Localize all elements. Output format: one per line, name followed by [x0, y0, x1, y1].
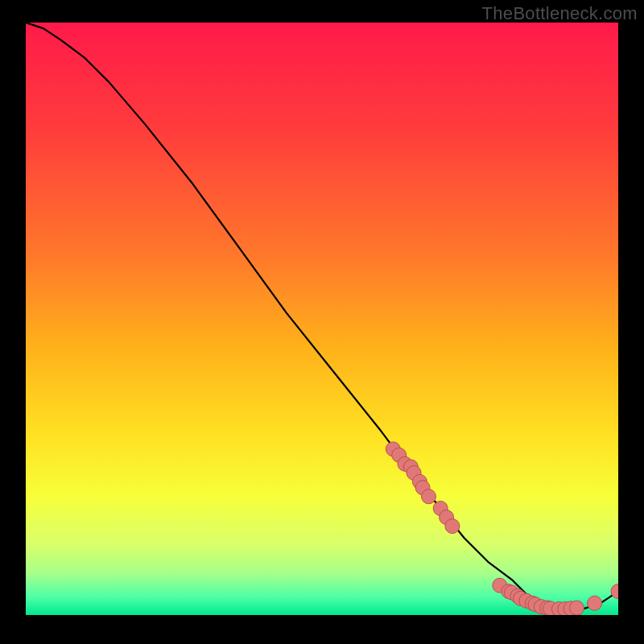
chart-stage: TheBottleneck.com — [0, 0, 644, 644]
data-marker — [422, 489, 436, 504]
plot-area — [26, 23, 618, 615]
data-marker — [445, 519, 460, 534]
data-marker — [570, 601, 584, 615]
watermark-text: TheBottleneck.com — [482, 3, 638, 24]
chart-background-gradient — [26, 23, 618, 615]
chart-svg — [26, 23, 618, 615]
data-marker — [588, 596, 602, 610]
